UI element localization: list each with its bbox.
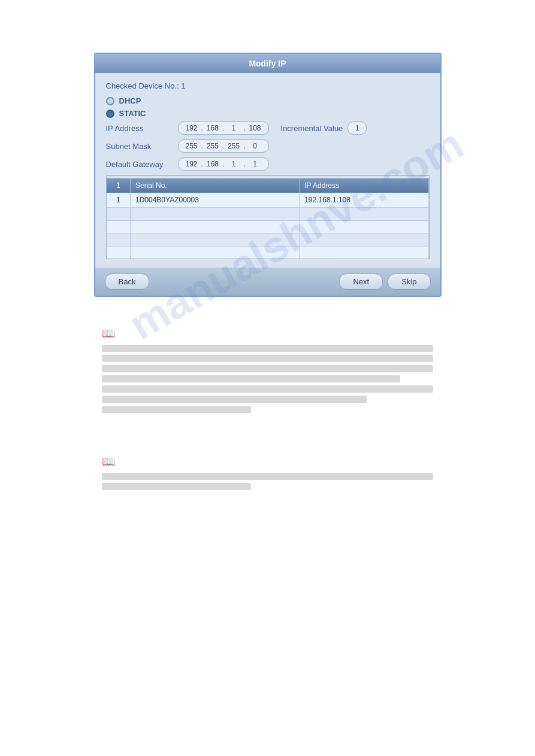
table-row-empty xyxy=(107,234,429,247)
dialog-body: Checked Device No.: 1 DHCP STATIC IP Add… xyxy=(95,73,440,268)
checked-device-label: Checked Device No.: 1 xyxy=(106,81,430,90)
dhcp-label: DHCP xyxy=(119,96,141,105)
ip-c[interactable] xyxy=(225,124,242,132)
subnet-dot-2: . xyxy=(221,142,225,150)
cell-serial: 1D004B0YAZ00003 xyxy=(131,193,300,208)
table-row-empty xyxy=(107,208,429,221)
ip-dot-3: . xyxy=(242,124,246,132)
static-label: STATIC xyxy=(119,109,146,118)
ip-dot-2: . xyxy=(221,124,225,132)
table-row-empty xyxy=(107,221,429,234)
modify-ip-dialog: Modify IP Checked Device No.: 1 DHCP STA… xyxy=(94,53,442,297)
dialog-footer: Back Next Skip xyxy=(95,268,440,296)
dialog-title: Modify IP xyxy=(249,59,286,68)
text-line xyxy=(102,365,433,372)
text-line xyxy=(102,396,367,403)
text-line xyxy=(102,385,433,393)
gateway-d[interactable] xyxy=(247,160,264,168)
table-header-row: 1 Serial No. IP Address xyxy=(107,178,429,193)
dialog-wrapper: Modify IP Checked Device No.: 1 DHCP STA… xyxy=(0,0,535,297)
gateway-dot-1: . xyxy=(200,160,204,168)
ip-address-label: IP Address xyxy=(106,124,178,133)
ip-address-row: IP Address . . . Incremental Value xyxy=(106,122,430,135)
subnet-mask-input-group[interactable]: . . . xyxy=(178,139,269,153)
subnet-dot-1: . xyxy=(200,142,204,150)
text-lines-1 xyxy=(102,345,433,413)
gateway-dot-3: . xyxy=(242,160,246,168)
gateway-a[interactable] xyxy=(183,160,200,168)
device-table-container: 1 Serial No. IP Address 1 1D004B0YAZ0000… xyxy=(106,175,430,259)
default-gateway-row: Default Gateway . . . xyxy=(106,157,430,171)
table-row-empty xyxy=(107,247,429,260)
ip-b[interactable] xyxy=(204,124,221,132)
default-gateway-input-group[interactable]: . . . xyxy=(178,157,269,171)
note-icon-1: 📖 xyxy=(102,327,433,340)
subnet-mask-row: Subnet Mask . . . xyxy=(106,139,430,153)
incremental-group: Incremental Value xyxy=(281,122,367,135)
dhcp-radio-row[interactable]: DHCP xyxy=(106,96,430,105)
dialog-title-bar: Modify IP xyxy=(95,54,440,73)
next-button[interactable]: Next xyxy=(339,274,383,290)
subnet-c[interactable] xyxy=(225,142,242,150)
subnet-dot-3: . xyxy=(242,142,246,150)
text-line xyxy=(102,483,251,490)
col-header-ip: IP Address xyxy=(300,178,428,193)
content-section-1: 📖 xyxy=(0,315,535,419)
ip-dot-1: . xyxy=(200,124,204,132)
default-gateway-label: Default Gateway xyxy=(106,160,178,169)
gateway-c[interactable] xyxy=(225,160,242,168)
cell-number: 1 xyxy=(107,193,131,208)
ip-d[interactable] xyxy=(247,124,264,132)
incremental-value-label: Incremental Value xyxy=(281,124,343,133)
subnet-d[interactable] xyxy=(247,142,264,150)
gateway-dot-2: . xyxy=(221,160,225,168)
text-line xyxy=(102,355,433,362)
static-radio-row[interactable]: STATIC xyxy=(106,109,430,118)
device-table: 1 Serial No. IP Address 1 1D004B0YAZ0000… xyxy=(107,178,429,259)
col-header-serial: Serial No. xyxy=(131,178,300,193)
col-header-number: 1 xyxy=(107,178,131,193)
text-line xyxy=(102,473,433,480)
subnet-b[interactable] xyxy=(204,142,221,150)
subnet-a[interactable] xyxy=(183,142,200,150)
text-line xyxy=(102,406,251,413)
cell-ip: 192.168.1.108 xyxy=(300,193,428,208)
note-icon-2: 📖 xyxy=(102,455,433,468)
back-button[interactable]: Back xyxy=(105,274,150,290)
table-row: 1 1D004B0YAZ00003 192.168.1.108 xyxy=(107,193,429,208)
incremental-value-input[interactable] xyxy=(347,122,367,135)
gateway-b[interactable] xyxy=(204,160,221,168)
content-section-2: 📖 xyxy=(0,443,535,496)
subnet-mask-label: Subnet Mask xyxy=(106,142,178,151)
footer-right: Next Skip xyxy=(339,274,430,290)
text-lines-2 xyxy=(102,473,433,490)
text-line xyxy=(102,375,400,382)
text-line xyxy=(102,345,433,352)
dhcp-radio-button[interactable] xyxy=(106,97,114,105)
static-radio-button[interactable] xyxy=(106,110,114,118)
footer-left: Back xyxy=(105,274,150,290)
skip-button[interactable]: Skip xyxy=(388,274,430,290)
ip-a[interactable] xyxy=(183,124,200,132)
ip-address-input-group[interactable]: . . . xyxy=(178,122,269,135)
